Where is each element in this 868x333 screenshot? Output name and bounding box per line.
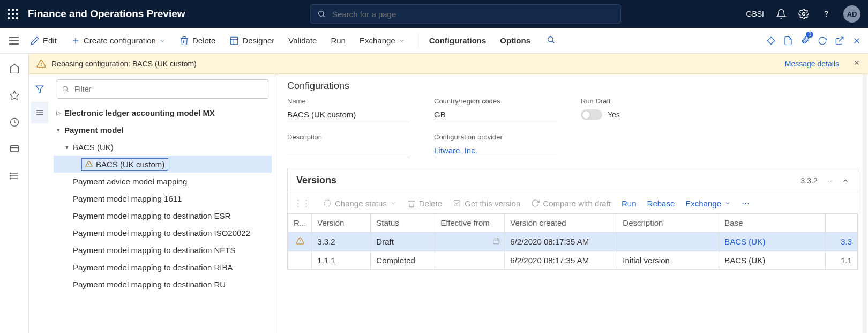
tree-filter-input[interactable] xyxy=(73,84,264,94)
help-icon[interactable] xyxy=(821,9,832,19)
diamond-icon[interactable] xyxy=(766,36,776,46)
attach-badge: 0 xyxy=(806,32,813,38)
global-search-box[interactable] xyxy=(310,4,621,24)
global-search-input[interactable] xyxy=(331,9,614,19)
attach-button[interactable]: 0 xyxy=(800,35,810,46)
tree-label: Payment model mapping to destination NET… xyxy=(72,246,236,255)
rebase-link[interactable]: Rebase xyxy=(647,199,675,208)
section-title: Configurations xyxy=(287,80,858,92)
table-row[interactable]: 3.3.2Draft6/2/2020 08:17:35 AMBACS (UK)3… xyxy=(288,232,858,251)
workspaces-icon[interactable] xyxy=(5,139,24,159)
chevron-up-icon[interactable] xyxy=(842,177,849,184)
pencil-icon xyxy=(30,36,40,46)
run-version-link[interactable]: Run xyxy=(622,199,637,208)
tree-node[interactable]: Payment model mapping to destination ESR xyxy=(54,207,272,224)
company-picker[interactable]: GBSI xyxy=(746,10,764,18)
calendar-icon[interactable] xyxy=(492,237,500,246)
close-icon[interactable] xyxy=(852,36,862,46)
exchange-version-label: Exchange xyxy=(685,199,721,208)
svg-rect-39 xyxy=(454,201,460,206)
provider-link[interactable]: Litware, Inc. xyxy=(434,146,477,155)
svg-point-26 xyxy=(10,178,11,179)
tree-node[interactable]: Payment model mapping 1611 xyxy=(54,190,272,207)
navpane-toggle[interactable] xyxy=(6,37,21,45)
delete-version-label: Delete xyxy=(419,199,442,208)
tree-label: Payment advice model mapping xyxy=(72,177,187,186)
modules-icon[interactable] xyxy=(5,166,24,186)
tree-node[interactable]: ▷Electronic ledger accounting model MX xyxy=(54,104,272,121)
svg-line-1 xyxy=(323,16,325,17)
run-draft-toggle[interactable] xyxy=(581,109,602,120)
run-button[interactable]: Run xyxy=(325,33,351,48)
field-label-provider: Configuration provider xyxy=(434,133,557,141)
versions-toolbar: ⋮⋮ Change status Delete xyxy=(288,193,858,213)
recent-icon[interactable] xyxy=(5,113,24,132)
tree-node-selected[interactable]: BACS (UK custom) xyxy=(54,156,272,173)
tree-node[interactable]: ▾BACS (UK) xyxy=(54,138,272,156)
gear-icon[interactable] xyxy=(798,9,809,19)
exchange-version-link[interactable]: Exchange xyxy=(685,199,731,208)
col-status[interactable]: Status xyxy=(371,214,435,232)
get-version-button[interactable]: Get this version xyxy=(453,199,520,208)
options-tab[interactable]: Options xyxy=(495,33,536,48)
col-created[interactable]: Version created xyxy=(505,214,617,232)
avatar[interactable]: AD xyxy=(843,5,860,23)
refresh-icon[interactable] xyxy=(818,36,827,46)
exchange-button[interactable]: Exchange xyxy=(354,33,410,48)
command-bar: Edit Create configuration Delete Designe… xyxy=(0,28,868,54)
configurations-tab[interactable]: Configurations xyxy=(424,33,492,48)
country-field[interactable]: GB xyxy=(434,107,557,122)
validate-button[interactable]: Validate xyxy=(283,33,322,48)
tree-node[interactable]: Payment model mapping to destination RU xyxy=(54,276,272,293)
home-icon[interactable] xyxy=(5,59,24,78)
message-details-link[interactable]: Message details xyxy=(785,60,839,68)
edit-button[interactable]: Edit xyxy=(25,33,62,49)
delete-version-button[interactable]: Delete xyxy=(407,199,442,208)
tree-node[interactable]: Payment model mapping to destination RIB… xyxy=(54,258,272,276)
designer-button[interactable]: Designer xyxy=(224,33,280,49)
col-description[interactable]: Description xyxy=(617,214,719,232)
svg-point-12 xyxy=(548,37,553,42)
find-button[interactable] xyxy=(547,35,555,46)
col-base[interactable]: Base xyxy=(719,214,826,232)
col-reb[interactable]: R... xyxy=(288,214,312,232)
cell-effective[interactable] xyxy=(435,232,505,251)
scrollbar[interactable] xyxy=(863,74,867,333)
tree-node[interactable]: Payment model mapping to destination NET… xyxy=(54,241,272,258)
tree-filter-box[interactable] xyxy=(57,79,268,99)
grip-icon[interactable]: ⋮⋮ xyxy=(294,198,310,208)
tree-node[interactable]: ▾Payment model xyxy=(54,121,272,138)
tree-label: BACS (UK) xyxy=(72,143,114,152)
svg-marker-17 xyxy=(10,91,19,100)
list-mode-icon[interactable] xyxy=(31,102,48,123)
popout-icon[interactable] xyxy=(835,36,844,46)
cell-base[interactable]: BACS (UK) xyxy=(719,232,826,251)
compare-label: Compare with draft xyxy=(543,199,611,208)
tree-label: Payment model mapping to destination ISO… xyxy=(72,228,250,238)
filter-mode-icon[interactable] xyxy=(31,78,48,100)
name-field[interactable]: BACS (UK custom) xyxy=(287,107,410,122)
field-label-description: Description xyxy=(287,133,410,141)
delete-button[interactable]: Delete xyxy=(174,33,221,49)
create-config-button[interactable]: Create configuration xyxy=(65,33,171,49)
message-close-icon[interactable] xyxy=(853,59,860,68)
compare-button[interactable]: Compare with draft xyxy=(531,199,611,208)
col-effective[interactable]: Effective from xyxy=(435,214,505,232)
col-basev[interactable] xyxy=(826,214,858,232)
bell-icon[interactable] xyxy=(776,9,787,19)
svg-rect-19 xyxy=(10,145,18,152)
tree-node[interactable]: Payment model mapping to destination ISO… xyxy=(54,224,272,241)
tree-label: Electronic ledger accounting model MX xyxy=(63,108,215,117)
table-row[interactable]: 1.1.1Completed6/2/2020 08:17:35 AMInitia… xyxy=(288,251,858,270)
col-version[interactable]: Version xyxy=(312,214,371,232)
page-icon[interactable] xyxy=(783,36,793,46)
chevron-down-icon xyxy=(159,38,166,44)
cell-effective[interactable] xyxy=(435,251,505,270)
app-launcher-icon[interactable] xyxy=(8,9,18,19)
tree-label: Payment model mapping to destination ESR xyxy=(72,211,230,220)
change-status-button[interactable]: Change status xyxy=(323,199,396,208)
tree-node[interactable]: Payment advice model mapping xyxy=(54,173,272,190)
star-icon[interactable] xyxy=(5,86,24,105)
description-field[interactable] xyxy=(287,143,410,158)
more-icon[interactable]: ⋯ xyxy=(742,198,750,208)
